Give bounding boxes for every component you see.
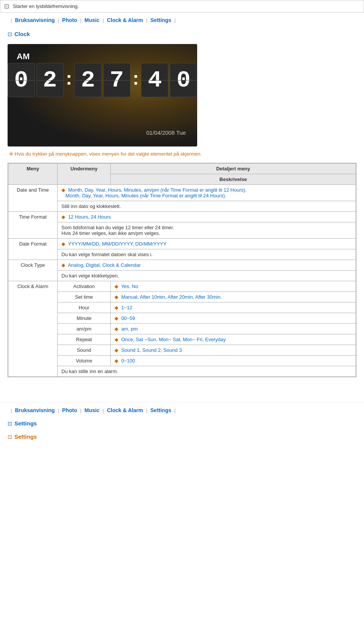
nav-bar: | Bruksanvisning | Photo | Music | Clock…	[0, 13, 364, 28]
table-row-clock-type: Clock Type ◆ Analog, Digital, Clock & Ca…	[8, 260, 356, 271]
nav-music[interactable]: Music	[85, 17, 100, 23]
nav-settings[interactable]: Settings	[151, 17, 171, 23]
nav-sep-5: |	[174, 17, 176, 23]
menu-table-wrapper: Meny Undermeny Detaljert meny Beskrivels…	[8, 163, 356, 377]
top-bar: ⊡ Starter en lysbildefremvisning.	[0, 0, 364, 13]
submenu-sound: Sound	[58, 345, 111, 356]
bullet-2: ◆	[61, 214, 65, 220]
table-row-date-format-note: Du kan velge formatet datoen skal vises …	[8, 249, 356, 260]
clock-section-icon: ⊡	[8, 31, 12, 37]
detail-ampm: ◆ am, pm	[111, 324, 356, 334]
detail-sound: ◆ Sound 1, Sound 2, Sound 3	[111, 345, 356, 356]
nav-photo[interactable]: Photo	[62, 17, 77, 23]
bottom-nav-sep-5: |	[174, 408, 176, 413]
bullet-volume: ◆	[115, 358, 118, 364]
table-row-clock-type-note: Du kan velge klokketypen.	[8, 271, 356, 281]
detail-repeat-value: Once, Sat ~Sun, Mon~ Sat, Mon~ Fri, Ever…	[121, 337, 226, 342]
bottom-nav-music[interactable]: Music	[85, 407, 100, 413]
submenu-ampm: am/pm	[58, 324, 111, 334]
detail-sound-value: Sound 1, Sound 2, Sound 3	[121, 347, 182, 353]
detail-volume-value: 0~100	[121, 358, 135, 364]
detail-activation-value: Yes, No	[121, 283, 138, 289]
detail-repeat: ◆ Once, Sat ~Sun, Mon~ Sat, Mon~ Fri, Ev…	[111, 334, 356, 345]
nav-sep-1: |	[58, 17, 59, 23]
table-row-time-format: Time Format ◆ 12 Hours, 24 Hours	[8, 212, 356, 222]
submenu-repeat: Repeat	[58, 334, 111, 345]
note-date-format: Du kan velge formatet datoen skal vises …	[58, 249, 356, 260]
bottom-nav-bruksanvisning[interactable]: Bruksanvisning	[15, 407, 55, 413]
clock-digit-s1: 4	[141, 63, 168, 97]
clock-digit-s2: 0	[170, 63, 197, 97]
meny-date-format: Date Format	[8, 239, 58, 260]
bottom-nav-photo[interactable]: Photo	[62, 407, 77, 413]
bullet-settime: ◆	[115, 294, 118, 300]
detail-settime: ◆ Manual, After 10min, After 20min, Afte…	[111, 292, 356, 302]
submenu-volume: Volume	[58, 356, 111, 366]
detail-volume: ◆ 0~100	[111, 356, 356, 366]
detail-date-time-1: ◆ Month, Day, Year, Hours, Minutes, am/p…	[58, 185, 356, 201]
clock-digit-m1: 2	[74, 63, 102, 97]
submenu-hour: Hour	[58, 302, 111, 313]
detail-date-format-value: YYYY/MM/DD, MM/DD/YYYY, DD/MM/YYYY	[68, 241, 166, 247]
th-meny: Meny	[8, 164, 58, 185]
table-row-clock-alarm-activation: Clock & Alarm Activation ◆ Yes, No	[8, 281, 356, 292]
submenu-settime: Set time	[58, 292, 111, 302]
settings-icon-orange: ⊡	[8, 434, 12, 440]
th-undermeny: Undermeny	[58, 164, 111, 185]
nav-clock-alarm[interactable]: Clock & Alarm	[107, 17, 143, 23]
table-row-clock-alarm-volume: Volume ◆ 0~100	[8, 356, 356, 366]
detail-minute-value: 00~59	[121, 315, 135, 321]
note-date-time: Still inn dato og klokkeslett.	[58, 201, 356, 212]
table-row-date-time: Date and Time ◆ Month, Day, Year, Hours,…	[8, 185, 356, 201]
submenu-minute: Minute	[58, 313, 111, 324]
nav-sep-0: |	[11, 17, 12, 23]
bottom-nav-settings[interactable]: Settings	[151, 407, 171, 413]
note-time-format: Som tidsformat kan du velge 12 timer ell…	[58, 222, 356, 239]
bottom-nav: | Bruksanvisning | Photo | Music | Clock…	[0, 402, 364, 418]
nav-sep-2: |	[80, 17, 81, 23]
table-row-clock-alarm-settime: Set time ◆ Manual, After 10min, After 20…	[8, 292, 356, 302]
bottom-nav-sep-2: |	[80, 408, 81, 413]
note-clock-type: Du kan velge klokketypen.	[58, 271, 356, 281]
detail-date-time-text-2: Month, Day, Year, Hours, Minutes (når Ti…	[66, 193, 226, 198]
detail-hour: ◆ 1~12	[111, 302, 356, 313]
meny-clock-type: Clock Type	[8, 260, 58, 281]
table-row-time-format-note: Som tidsformat kan du velge 12 timer ell…	[8, 222, 356, 239]
table-row-date-time-note: Still inn dato og klokkeslett.	[8, 201, 356, 212]
submenu-activation: Activation	[58, 281, 111, 292]
settings-title-orange: Settings	[14, 433, 37, 440]
detail-minute: ◆ 00~59	[111, 313, 356, 324]
bullet-1: ◆	[61, 187, 65, 193]
detail-activation: ◆ Yes, No	[111, 281, 356, 292]
bullet-activation: ◆	[115, 283, 118, 289]
table-row-clock-alarm-hour: Hour ◆ 1~12	[8, 302, 356, 313]
note-text: ※ Hvis du trykker på menyknappen, vises …	[8, 151, 356, 157]
nav-bruksanvisning[interactable]: Bruksanvisning	[15, 17, 55, 23]
bullet-hour: ◆	[115, 305, 118, 310]
clock-colon-1: :	[66, 67, 72, 89]
clock-digit-m2: 7	[103, 63, 130, 97]
clock-digit-h2: 2	[36, 63, 64, 97]
detail-clock-type-1: ◆ Analog, Digital, Clock & Calendar	[58, 260, 356, 271]
bullet-3: ◆	[61, 241, 65, 247]
spacer-1	[0, 383, 364, 395]
detail-date-time-text-1: Month, Day, Year, Hours, Minutes, am/pm …	[68, 187, 247, 193]
bottom-nav-sep-4: |	[146, 408, 147, 413]
detail-time-format-value: 12 Hours, 24 Hours	[68, 214, 111, 220]
th-beskrivelse: Beskrivelse	[111, 174, 356, 185]
bottom-nav-clock-alarm[interactable]: Clock & Alarm	[107, 407, 143, 413]
clock-time-row: 0 2 : 2 7 : 4 0	[8, 63, 197, 97]
bottom-nav-sep-0: |	[11, 408, 12, 413]
settings-section-orange: ⊡ Settings	[0, 431, 364, 442]
topbar-text: Starter en lysbildefremvisning.	[13, 3, 79, 9]
table-row-date-format: Date Format ◆ YYYY/MM/DD, MM/DD/YYYY, DD…	[8, 239, 356, 249]
settings-title-blue: Settings	[14, 420, 37, 427]
table-row-clock-alarm-note: Du kan stille inn en alarm.	[8, 366, 356, 377]
bullet-sound: ◆	[115, 347, 118, 353]
bullet-ampm: ◆	[115, 326, 118, 332]
meny-time-format: Time Format	[8, 212, 58, 239]
detail-date-format-1: ◆ YYYY/MM/DD, MM/DD/YYYY, DD/MM/YYYY	[58, 239, 356, 249]
table-row-clock-alarm-minute: Minute ◆ 00~59	[8, 313, 356, 324]
table-row-clock-alarm-ampm: am/pm ◆ am, pm	[8, 324, 356, 334]
note-clock-alarm: Du kan stille inn en alarm.	[58, 366, 356, 377]
